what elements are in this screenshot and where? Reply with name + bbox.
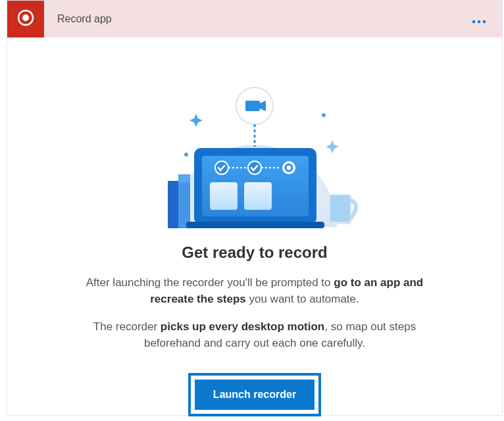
description-paragraph-2: The recorder picks up every desktop moti… xyxy=(70,319,439,351)
desc2-part-a: The recorder xyxy=(93,320,161,333)
launch-recorder-button[interactable]: Launch recorder xyxy=(195,380,315,410)
desc2-bold: picks up every desktop motion xyxy=(161,320,324,333)
svg-rect-14 xyxy=(330,195,350,222)
main-content: Get ready to record After launching the … xyxy=(7,37,502,416)
more-horizontal-icon xyxy=(472,11,486,27)
svg-rect-10 xyxy=(168,181,178,228)
svg-point-4 xyxy=(483,20,486,23)
header-title: Record app xyxy=(44,13,456,25)
svg-rect-25 xyxy=(244,182,272,210)
svg-rect-8 xyxy=(245,101,260,111)
record-icon-container xyxy=(7,1,44,37)
more-options-button[interactable] xyxy=(456,11,502,28)
svg-point-6 xyxy=(322,113,326,117)
svg-rect-17 xyxy=(186,222,324,228)
page-heading: Get ready to record xyxy=(182,243,327,262)
illustration xyxy=(143,69,366,230)
svg-rect-12 xyxy=(178,174,190,182)
description-paragraph-1: After launching the recorder you'll be p… xyxy=(70,275,439,307)
svg-point-2 xyxy=(472,20,475,23)
app-window: Record app xyxy=(7,0,503,416)
svg-point-1 xyxy=(22,14,29,21)
svg-point-22 xyxy=(282,161,295,174)
svg-point-3 xyxy=(478,20,480,23)
desc1-part-a: After launching the recorder you'll be p… xyxy=(86,276,334,289)
desc1-part-c: you want to automate. xyxy=(246,293,359,305)
svg-rect-24 xyxy=(210,182,238,210)
svg-rect-11 xyxy=(178,174,190,228)
header-bar: Record app xyxy=(7,1,502,37)
record-icon xyxy=(16,9,35,30)
svg-point-5 xyxy=(184,153,188,157)
launch-button-highlight: Launch recorder xyxy=(188,373,321,416)
